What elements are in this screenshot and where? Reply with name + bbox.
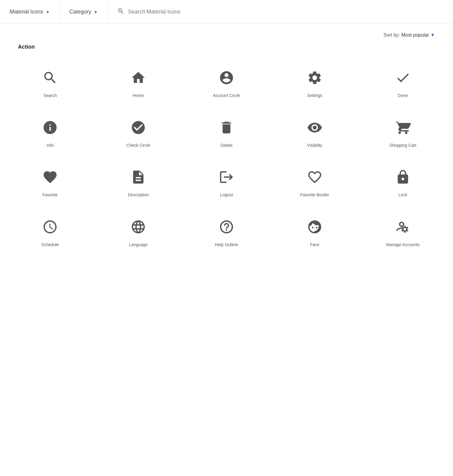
account-circle-icon: [219, 68, 234, 87]
check-circle-label: Check Circle: [126, 143, 150, 149]
material-icons-dropdown[interactable]: Material Icons ▼: [0, 0, 60, 24]
icon-item-account-circle[interactable]: Account Circle: [182, 57, 271, 107]
lock-label: Lock: [398, 192, 407, 198]
icon-item-face[interactable]: Face: [271, 206, 359, 256]
icon-item-language[interactable]: Language: [94, 206, 182, 256]
header: Material Icons ▼ Category ▼: [0, 0, 453, 24]
icon-item-favorite[interactable]: Favorite: [6, 157, 94, 206]
icon-item-lock[interactable]: Lock: [359, 157, 447, 206]
search-input[interactable]: [128, 9, 443, 15]
icon-item-done[interactable]: Done: [359, 57, 447, 107]
language-label: Language: [129, 242, 148, 248]
delete-icon: [219, 118, 234, 137]
search-bar: [108, 0, 453, 24]
home-icon: [130, 68, 146, 87]
category-dropdown[interactable]: Category ▼: [60, 0, 108, 24]
icon-item-shopping-cart[interactable]: Shopping Cart: [359, 107, 447, 157]
icon-grid: SearchHomeAccount CircleSettingsDoneInfo…: [0, 57, 453, 268]
visibility-icon: [307, 118, 322, 137]
info-icon: [42, 118, 58, 137]
account-circle-label: Account Circle: [213, 93, 240, 99]
done-icon: [395, 68, 411, 87]
face-label: Face: [310, 242, 319, 248]
sort-chevron-icon[interactable]: ▼: [430, 32, 435, 38]
help-outline-label: Help Outline: [215, 242, 238, 248]
info-label: Info: [46, 143, 53, 149]
home-label: Home: [133, 93, 144, 99]
icon-item-home[interactable]: Home: [94, 57, 182, 107]
shopping-cart-label: Shopping Cart: [389, 143, 416, 149]
search-icon: [117, 8, 124, 17]
material-icons-label: Material Icons: [10, 9, 43, 15]
chevron-down-icon: ▼: [46, 10, 50, 14]
visibility-label: Visibility: [307, 143, 322, 149]
favorite-icon: [42, 167, 58, 187]
sort-value[interactable]: Most popular: [401, 32, 429, 38]
icon-item-settings[interactable]: Settings: [271, 57, 359, 107]
category-label: Category: [69, 9, 91, 15]
icon-item-info[interactable]: Info: [6, 107, 94, 157]
icon-item-favorite-border[interactable]: Favorite Border: [271, 157, 359, 206]
sort-bar: Sort by: Most popular ▼: [0, 24, 453, 41]
help-outline-icon: [219, 217, 234, 236]
manage-accounts-icon: [395, 217, 411, 236]
icon-item-search[interactable]: Search: [6, 57, 94, 107]
search-icon: [42, 68, 58, 87]
icon-item-logout[interactable]: Logout: [182, 157, 271, 206]
settings-icon: [307, 68, 322, 87]
shopping-cart-icon: [395, 118, 411, 137]
sort-label: Sort by:: [383, 32, 400, 38]
delete-label: Delete: [220, 143, 232, 149]
manage-accounts-label: Manage Accounts: [386, 242, 419, 248]
icon-item-schedule[interactable]: Schedule: [6, 206, 94, 256]
logout-icon: [219, 167, 234, 187]
check-circle-icon: [130, 118, 146, 137]
logout-label: Logout: [220, 192, 233, 198]
settings-label: Settings: [307, 93, 322, 99]
category-heading: Action: [0, 41, 453, 57]
chevron-down-icon: ▼: [94, 10, 98, 14]
favorite-border-label: Favorite Border: [300, 192, 329, 198]
done-label: Done: [398, 93, 408, 99]
schedule-icon: [42, 217, 58, 236]
lock-icon: [395, 167, 411, 187]
favorite-border-icon: [307, 167, 322, 187]
search-label: Search: [44, 93, 57, 99]
icon-item-delete[interactable]: Delete: [182, 107, 271, 157]
favorite-label: Favorite: [43, 192, 58, 198]
icon-item-help-outline[interactable]: Help Outline: [182, 206, 271, 256]
description-icon: [130, 167, 146, 187]
language-icon: [130, 217, 146, 236]
schedule-label: Schedule: [41, 242, 59, 248]
icon-item-description[interactable]: Description: [94, 157, 182, 206]
icon-item-visibility[interactable]: Visibility: [271, 107, 359, 157]
icon-item-manage-accounts[interactable]: Manage Accounts: [359, 206, 447, 256]
icon-item-check-circle[interactable]: Check Circle: [94, 107, 182, 157]
face-icon: [307, 217, 322, 236]
description-label: Description: [128, 192, 149, 198]
